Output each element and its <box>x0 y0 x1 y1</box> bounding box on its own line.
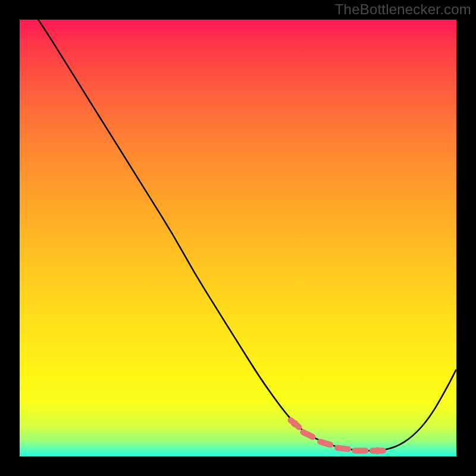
optimal-range-end-dot <box>374 447 381 455</box>
optimal-range-dash <box>337 448 348 449</box>
attribution-text: TheBottlenecker.com <box>335 1 471 18</box>
optimal-range-dash <box>303 432 312 437</box>
optimal-range-dash <box>320 441 330 444</box>
chart-plot-area <box>20 20 456 456</box>
optimal-range-markers <box>291 420 383 455</box>
bottleneck-chart-svg <box>20 20 456 456</box>
optimal-range-end-dot <box>291 420 298 427</box>
bottleneck-curve-line <box>20 20 456 451</box>
